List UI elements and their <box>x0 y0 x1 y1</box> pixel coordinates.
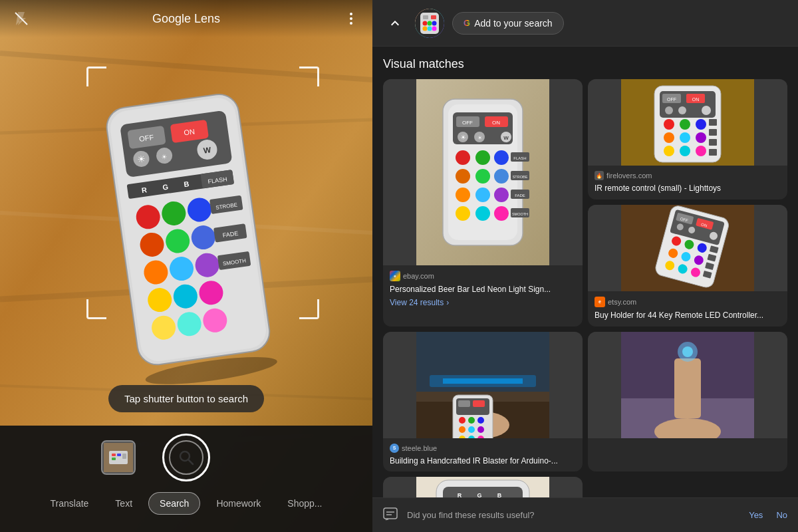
svg-point-88 <box>494 150 509 165</box>
svg-point-118 <box>696 119 706 130</box>
lens-avatar[interactable] <box>415 9 444 38</box>
result-image-steele <box>383 332 583 438</box>
etsy-icon: e <box>595 297 605 307</box>
svg-text:OFF: OFF <box>462 120 473 126</box>
svg-point-121 <box>696 132 706 143</box>
result-image-extra1 <box>588 332 787 438</box>
svg-text:OFF: OFF <box>667 97 676 102</box>
svg-point-167 <box>477 426 484 433</box>
svg-point-119 <box>664 132 674 143</box>
result-card-steele[interactable]: S steele.blue Building a Handcrafted IR … <box>383 332 583 472</box>
svg-point-66 <box>428 21 432 25</box>
results-content[interactable]: Visual matches <box>372 47 798 497</box>
tab-text[interactable]: Text <box>104 493 143 514</box>
tab-translate[interactable]: Translate <box>40 493 100 514</box>
svg-text:SMOOTH: SMOOTH <box>512 212 528 216</box>
firelovers-card-title: IR remote control (small) - Lighttoys <box>595 183 781 194</box>
svg-point-87 <box>475 150 490 165</box>
steele-icon: S <box>390 444 399 453</box>
svg-rect-57 <box>117 454 121 456</box>
result-image-extra2: R G B OFF ON FLASH <box>383 477 583 497</box>
result-image-etsy: OFF ON <box>588 205 787 291</box>
result-card-ebay[interactable]: OFF ON ☀ ☀ W <box>383 79 583 327</box>
svg-point-65 <box>423 21 428 25</box>
svg-rect-127 <box>709 139 717 146</box>
tab-homework[interactable]: Homework <box>205 493 271 514</box>
site-badge-steele: S steele.blue <box>390 444 576 453</box>
bottom-controls: Translate Text Search Homework Shopp... <box>0 426 372 532</box>
arrow-icon: › <box>446 298 449 307</box>
svg-point-94 <box>494 188 509 202</box>
selection-overlay <box>86 66 319 319</box>
ebay-icon: e <box>390 271 400 281</box>
top-bar: Google Lens <box>0 0 372 37</box>
svg-text:FLASH: FLASH <box>513 156 526 160</box>
ebay-card-title: Personalized Beer Bar Led Neon Light Sig… <box>390 284 576 295</box>
svg-rect-126 <box>709 129 717 136</box>
svg-point-86 <box>456 150 470 165</box>
corner-bl <box>86 299 106 319</box>
svg-rect-63 <box>423 15 428 19</box>
feedback-icon <box>383 507 399 523</box>
etsy-card-title: Buy Holder for 44 Key Remote LED Control… <box>595 310 781 321</box>
shutter-button[interactable] <box>162 434 210 481</box>
add-to-search-button[interactable]: G Add to your search <box>452 12 564 35</box>
site-badge-firelovers: 🔥 firelovers.com <box>595 171 781 180</box>
svg-text:G: G <box>477 492 481 497</box>
svg-line-60 <box>188 460 193 464</box>
svg-point-122 <box>664 146 674 156</box>
result-card-extra1[interactable] <box>588 332 787 472</box>
svg-text:R: R <box>458 492 462 497</box>
result-card-extra2[interactable]: R G B OFF ON FLASH <box>383 477 583 497</box>
svg-rect-161 <box>473 400 485 407</box>
hint-text: Tap shutter button to search <box>108 385 264 412</box>
feedback-no-button[interactable]: No <box>776 510 787 520</box>
shutter-inner <box>169 440 203 475</box>
thumbnail-button[interactable] <box>101 440 136 475</box>
corner-br <box>299 299 319 319</box>
view-results-link[interactable]: View 24 results › <box>390 298 576 307</box>
app-title: Google Lens <box>152 12 220 26</box>
corner-tl <box>86 66 106 86</box>
svg-point-97 <box>494 206 509 221</box>
svg-point-117 <box>680 119 690 130</box>
svg-point-50 <box>350 13 352 15</box>
flash-off-icon[interactable] <box>11 8 32 29</box>
back-button[interactable] <box>383 11 407 35</box>
svg-text:B: B <box>497 492 502 497</box>
svg-rect-56 <box>112 458 116 460</box>
svg-text:ON: ON <box>692 97 700 102</box>
firelovers-icon: 🔥 <box>595 171 604 180</box>
tab-search[interactable]: Search <box>148 492 200 515</box>
shutter-area <box>0 426 372 487</box>
svg-rect-125 <box>709 119 717 126</box>
result-image-firelovers: OFF ON <box>588 79 787 166</box>
svg-point-163 <box>468 417 475 424</box>
svg-point-68 <box>423 26 428 31</box>
ebay-site-name: ebay.com <box>403 272 434 280</box>
result-image-ebay: OFF ON ☀ ☀ W <box>383 79 583 265</box>
result-card-etsy[interactable]: OFF ON <box>588 205 787 327</box>
svg-rect-174 <box>674 358 701 418</box>
svg-point-70 <box>432 26 437 31</box>
firelovers-site-name: firelovers.com <box>606 172 652 180</box>
svg-point-52 <box>350 22 352 25</box>
feedback-bar: Did you find these results useful? Yes N… <box>372 497 798 532</box>
svg-point-176 <box>682 346 693 357</box>
svg-point-96 <box>475 206 490 221</box>
card-info-etsy: e etsy.com Buy Holder for 44 Key Remote … <box>588 291 787 327</box>
result-card-firelovers[interactable]: OFF ON <box>588 79 787 200</box>
svg-point-114 <box>678 106 686 114</box>
camera-panel: OFF ON ☀ ☀ W R G B FLASH <box>0 0 372 532</box>
svg-point-116 <box>664 119 674 130</box>
svg-rect-64 <box>431 15 436 19</box>
site-badge-ebay: e ebay.com <box>390 271 576 281</box>
feedback-yes-button[interactable]: Yes <box>749 510 763 520</box>
steele-card-title: Building a Handcrafted IR Blaster for Ar… <box>390 456 576 467</box>
svg-point-124 <box>696 146 706 156</box>
more-options-icon[interactable] <box>340 8 362 29</box>
svg-point-90 <box>475 169 490 184</box>
svg-point-93 <box>475 188 490 202</box>
svg-point-51 <box>350 17 352 20</box>
tab-shopping[interactable]: Shopp... <box>277 493 332 514</box>
